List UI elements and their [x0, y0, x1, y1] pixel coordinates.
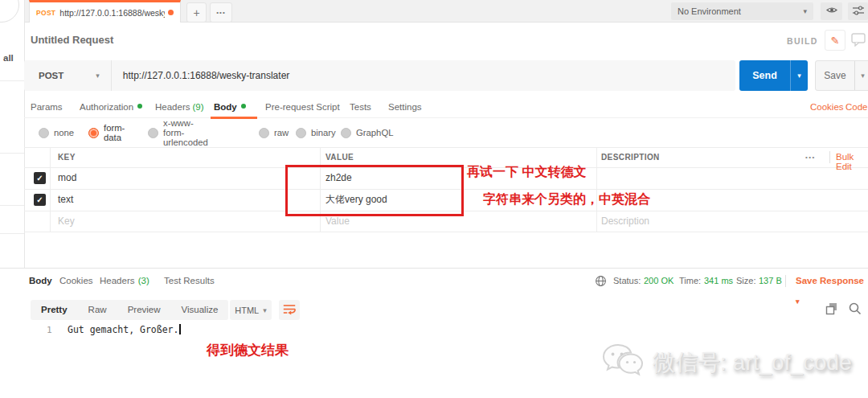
size-value: 137 B — [759, 271, 782, 291]
response-tab-headers[interactable]: Headers (3) — [100, 271, 149, 291]
tab-headers[interactable]: Headers(9) — [155, 96, 204, 118]
body-mode-graphql[interactable]: GraphQL — [341, 122, 393, 143]
url-bar: POST ▾ http://127.0.0.1:16888/wesky-tran… — [24, 60, 735, 91]
table-col-border — [596, 147, 597, 232]
status-value: 200 OK — [644, 271, 674, 291]
search-icon — [848, 307, 862, 318]
response-divider — [0, 268, 868, 269]
tab-authorization[interactable]: Authorization — [80, 96, 142, 118]
new-row-key-input[interactable]: Key — [58, 211, 75, 232]
tab-tests[interactable]: Tests — [350, 96, 371, 118]
view-pretty[interactable]: Pretty — [31, 300, 78, 320]
radio-selected-icon — [88, 128, 99, 138]
response-tabs: Body Cookies Headers (3) Test Results St… — [0, 271, 868, 291]
body-mode-form-data[interactable]: form-data — [88, 122, 125, 143]
new-tab-button[interactable]: + — [186, 2, 207, 23]
radio-icon — [259, 128, 269, 138]
search-response-button[interactable] — [848, 302, 862, 318]
row-checkbox[interactable]: ✓ — [34, 172, 46, 184]
body-mode-urlencoded[interactable]: x-www-form-urlencoded — [148, 122, 208, 143]
response-tab-test-results[interactable]: Test Results — [164, 271, 215, 291]
environment-quick-look-button[interactable] — [821, 2, 842, 20]
sidebar-search-pill — [0, 0, 19, 23]
annotation-note-middle: 字符串来个另类的，中英混合 — [483, 191, 650, 208]
table-row-key[interactable]: text — [58, 189, 73, 211]
time-value: 341 ms — [704, 271, 733, 291]
response-headers-count: (3) — [138, 276, 149, 285]
copy-response-button[interactable] — [825, 302, 839, 318]
response-format-select[interactable]: HTML ▾ — [230, 300, 272, 320]
check-icon: ✓ — [36, 174, 43, 183]
table-border — [24, 232, 868, 232]
green-dot-icon — [241, 104, 246, 109]
save-button[interactable]: Save ▾ — [815, 60, 868, 91]
send-options-chevron-icon[interactable]: ▾ — [790, 60, 808, 91]
body-mode-raw[interactable]: raw — [259, 122, 289, 143]
request-title: Untitled Request — [31, 34, 113, 46]
size-label: Size: — [736, 271, 755, 291]
save-options-chevron-icon[interactable]: ▾ — [854, 61, 868, 90]
radio-icon — [148, 128, 158, 138]
tab-authorization-label: Authorization — [80, 102, 133, 112]
tab-body[interactable]: Body — [214, 96, 246, 118]
response-tab-cookies[interactable]: Cookies — [59, 271, 93, 291]
headers-count: (9) — [192, 102, 203, 112]
radio-icon — [341, 128, 351, 138]
view-raw[interactable]: Raw — [78, 300, 117, 320]
annotation-note-bottom: 得到德文结果 — [207, 341, 289, 359]
annotation-rectangle — [285, 165, 464, 216]
sidebar-divider — [0, 233, 24, 234]
unsaved-dot-icon — [168, 10, 174, 15]
tab-params[interactable]: Params — [31, 96, 63, 118]
wrap-lines-icon — [282, 302, 297, 318]
method-select[interactable]: POST — [24, 71, 63, 80]
tab-bar: POST http://127.0.0.1:16888/wesky-t... +… — [25, 0, 868, 23]
rename-button[interactable]: ✎ — [825, 30, 845, 51]
check-icon: ✓ — [36, 195, 43, 204]
chevron-down-icon: ▾ — [263, 306, 267, 314]
cookies-link[interactable]: Cookies — [810, 102, 844, 112]
response-body-text[interactable]: Gut gemacht, Großer. — [68, 324, 181, 335]
status-divider — [785, 275, 786, 287]
send-button[interactable]: Send ▾ — [739, 60, 808, 91]
table-options-button[interactable]: ••• — [805, 147, 816, 167]
new-row-description-input[interactable]: Description — [601, 211, 649, 232]
settings-sliders-button[interactable] — [848, 2, 868, 20]
send-label: Send — [739, 70, 790, 81]
text-cursor — [179, 324, 181, 334]
build-mode-label: BUILD — [787, 36, 818, 46]
body-mode-none[interactable]: none — [39, 122, 74, 143]
tab-pre-request-script[interactable]: Pre-request Script — [265, 96, 340, 118]
wrap-lines-button[interactable] — [279, 300, 300, 320]
active-tab-underline — [211, 117, 257, 119]
table-row-key[interactable]: mod — [58, 167, 76, 189]
url-input[interactable]: http://127.0.0.1:16888/wesky-translater — [123, 70, 289, 81]
chevron-down-icon[interactable]: ▾ — [96, 72, 100, 80]
bulk-edit-link[interactable]: Bulk Edit — [836, 152, 868, 171]
eye-icon — [825, 5, 838, 18]
tab-settings[interactable]: Settings — [388, 96, 422, 118]
sliders-icon — [852, 5, 865, 18]
wechat-icon — [601, 342, 645, 383]
sidebar-divider — [0, 80, 24, 81]
table-border — [24, 147, 868, 148]
view-visualize[interactable]: Visualize — [171, 300, 229, 320]
response-tab-body[interactable]: Body — [29, 271, 52, 291]
code-link[interactable]: Code — [845, 102, 868, 112]
environment-select[interactable]: No Environment ▾ — [671, 2, 813, 20]
table-col-border — [50, 147, 51, 232]
key-column-header: KEY — [58, 147, 76, 167]
plus-icon: + — [193, 6, 199, 19]
time-label: Time: — [679, 271, 701, 291]
tab-title: http://127.0.0.1:16888/wesky-t... — [59, 8, 165, 18]
body-mode-none-label: none — [54, 128, 74, 137]
comment-button[interactable] — [851, 33, 866, 49]
green-dot-icon — [137, 104, 142, 109]
view-preview[interactable]: Preview — [117, 300, 171, 320]
row-checkbox[interactable]: ✓ — [34, 194, 46, 206]
body-mode-binary[interactable]: binary — [296, 122, 336, 143]
request-tab[interactable]: POST http://127.0.0.1:16888/wesky-t... — [29, 0, 181, 23]
tab-options-button[interactable]: ••• — [210, 2, 232, 23]
response-body-value: Gut gemacht, Großer. — [68, 324, 178, 335]
description-column-header: DESCRIPTION — [601, 147, 660, 167]
